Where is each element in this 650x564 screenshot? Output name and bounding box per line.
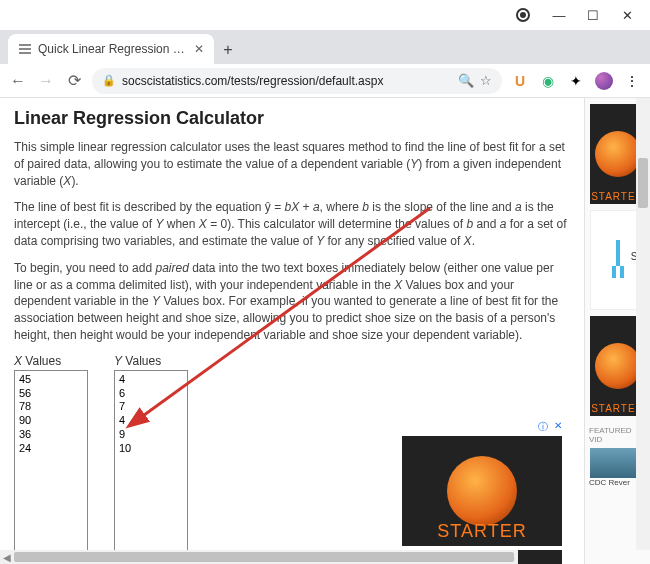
browser-toolbar: ← → ⟳ 🔒 socscistatistics.com/tests/regre… — [0, 64, 650, 98]
extension-circle-icon[interactable]: ◉ — [538, 71, 558, 91]
y-values-label: Y Values — [114, 354, 188, 368]
window-minimize-button[interactable]: — — [542, 3, 576, 27]
inline-ad-block: ⓘ ✕ STARTER CREATOR CONTENT — [402, 420, 562, 564]
url-text: socscistatistics.com/tests/regression/de… — [122, 74, 452, 88]
vertical-scroll-thumb[interactable] — [638, 158, 648, 208]
address-bar[interactable]: 🔒 socscistatistics.com/tests/regression/… — [92, 68, 502, 94]
extension-u-icon[interactable]: U — [510, 71, 530, 91]
scroll-left-arrow-icon[interactable]: ◀ — [0, 552, 14, 563]
record-indicator-icon — [516, 8, 530, 22]
mascot-tiger-icon — [595, 343, 641, 389]
intro-paragraph-1: This simple linear regression calculator… — [14, 139, 570, 189]
stick-figure-icon — [611, 240, 625, 280]
bookmark-star-icon[interactable]: ☆ — [480, 73, 492, 88]
ad-info-icon[interactable]: ⓘ — [538, 420, 548, 434]
window-maximize-button[interactable]: ☐ — [576, 3, 610, 27]
favicon-icon — [18, 42, 32, 56]
page-title: Linear Regression Calculator — [14, 108, 570, 129]
new-tab-button[interactable]: + — [214, 36, 242, 64]
profile-avatar[interactable] — [594, 71, 614, 91]
browser-window: — ☐ ✕ Quick Linear Regression Calculat ✕… — [0, 0, 650, 564]
forward-button[interactable]: → — [36, 71, 56, 91]
tab-close-icon[interactable]: ✕ — [194, 42, 204, 56]
svg-rect-0 — [19, 44, 31, 46]
ad-starter[interactable]: STARTER — [402, 436, 562, 546]
x-values-column: X Values — [14, 354, 88, 564]
intro-paragraph-3: To begin, you need to add paired data in… — [14, 260, 570, 344]
back-button[interactable]: ← — [8, 71, 28, 91]
browser-menu-icon[interactable]: ⋮ — [622, 71, 642, 91]
lock-icon: 🔒 — [102, 74, 116, 87]
ad-controls: ⓘ ✕ — [402, 420, 562, 434]
intro-paragraph-2: The line of best fit is described by the… — [14, 199, 570, 249]
reload-button[interactable]: ⟳ — [64, 71, 84, 91]
ad-starter-label: STARTER — [402, 521, 562, 542]
horizontal-scrollbar[interactable]: ◀ ▶ — [0, 550, 518, 564]
browser-tab[interactable]: Quick Linear Regression Calculat ✕ — [8, 34, 214, 64]
window-close-button[interactable]: ✕ — [610, 3, 644, 27]
page-body[interactable]: Linear Regression Calculator This simple… — [0, 98, 584, 564]
tab-title: Quick Linear Regression Calculat — [38, 42, 188, 56]
right-sidebar: STARTER Sk STARTER FEATURED VID CDC Reve… — [584, 98, 650, 564]
svg-rect-1 — [19, 48, 31, 50]
horizontal-scroll-thumb[interactable] — [14, 552, 514, 562]
mascot-tiger-icon — [595, 131, 641, 177]
window-titlebar: — ☐ ✕ — [0, 0, 650, 30]
extensions-puzzle-icon[interactable]: ✦ — [566, 71, 586, 91]
tab-strip: Quick Linear Regression Calculat ✕ + — [0, 30, 650, 64]
x-values-input[interactable] — [14, 370, 88, 564]
x-values-label: X Values — [14, 354, 88, 368]
vertical-scrollbar[interactable] — [636, 98, 650, 550]
search-in-page-icon[interactable]: 🔍 — [458, 73, 474, 88]
content-area: Linear Regression Calculator This simple… — [0, 98, 650, 564]
svg-rect-2 — [19, 52, 31, 54]
y-values-input[interactable] — [114, 370, 188, 564]
ad-close-icon[interactable]: ✕ — [554, 420, 562, 434]
y-values-column: Y Values — [114, 354, 188, 564]
mascot-tiger-icon — [447, 456, 517, 526]
